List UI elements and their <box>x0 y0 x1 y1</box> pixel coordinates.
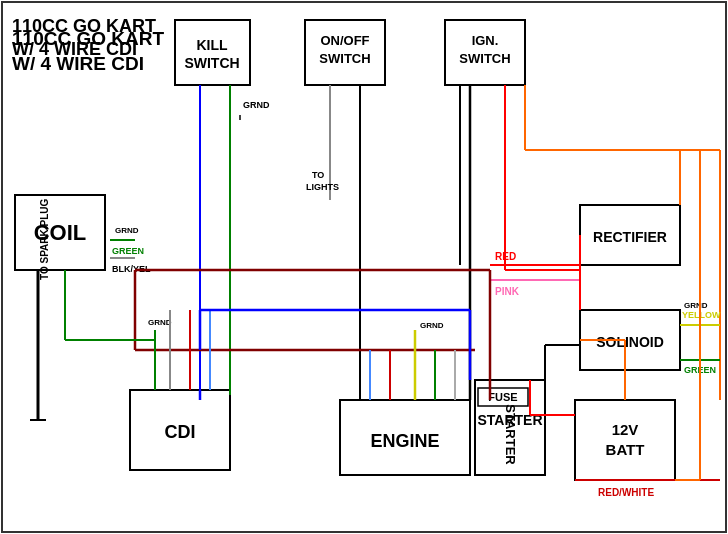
svg-text:LIGHTS: LIGHTS <box>306 182 339 192</box>
svg-text:GRND: GRND <box>115 226 139 235</box>
svg-text:GRND: GRND <box>243 100 270 110</box>
svg-text:KILL: KILL <box>196 37 228 53</box>
svg-text:12V: 12V <box>612 421 639 438</box>
svg-text:BATT: BATT <box>606 441 645 458</box>
wiring-diagram: 110CC GO KART W/ 4 WIRE CDI COIL TO SPAR… <box>0 0 728 534</box>
svg-text:SWITCH: SWITCH <box>184 55 239 71</box>
svg-text:IGN.: IGN. <box>472 33 499 48</box>
svg-text:GREEN: GREEN <box>112 246 144 256</box>
svg-text:SOLINOID: SOLINOID <box>596 334 664 350</box>
svg-text:ENGINE: ENGINE <box>370 431 439 451</box>
svg-text:SWITCH: SWITCH <box>459 51 510 66</box>
svg-text:TO SPARK PLUG: TO SPARK PLUG <box>39 198 50 280</box>
diagram-title: 110CC GO KARTW/ 4 WIRE CDI <box>12 15 156 62</box>
svg-text:TO: TO <box>312 170 324 180</box>
svg-text:SWITCH: SWITCH <box>319 51 370 66</box>
svg-text:RECTIFIER: RECTIFIER <box>593 229 667 245</box>
svg-text:CDI: CDI <box>165 422 196 442</box>
svg-text:RED: RED <box>495 251 516 262</box>
svg-text:GRND: GRND <box>148 318 172 327</box>
svg-rect-15 <box>575 400 675 480</box>
svg-text:GRND: GRND <box>684 301 708 310</box>
svg-text:YELLOW: YELLOW <box>682 310 721 320</box>
svg-text:PINK: PINK <box>495 286 520 297</box>
svg-text:RED/WHITE: RED/WHITE <box>598 487 654 498</box>
svg-text:ON/OFF: ON/OFF <box>320 33 369 48</box>
starter-label: STARTER <box>503 404 518 464</box>
svg-text:GRND: GRND <box>420 321 444 330</box>
